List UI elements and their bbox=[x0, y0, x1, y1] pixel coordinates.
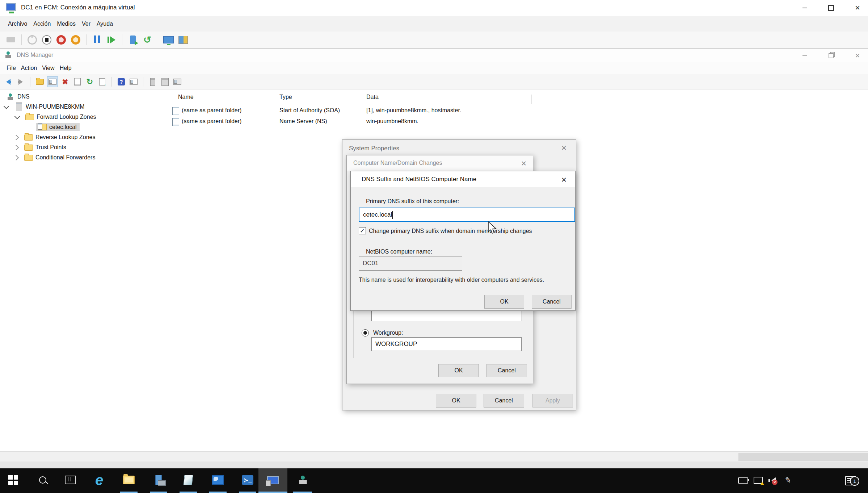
share-icon[interactable] bbox=[178, 34, 189, 45]
folder-icon bbox=[24, 134, 33, 141]
change-suffix-checkbox-label[interactable]: Change primary DNS suffix when domain me… bbox=[369, 228, 532, 234]
vm-minimize-button[interactable] bbox=[796, 1, 814, 14]
record-icon bbox=[172, 118, 179, 126]
volume-muted-icon[interactable]: ✕ bbox=[767, 474, 780, 486]
tree-item-conditional-forwarders[interactable]: Conditional Forwarders bbox=[15, 153, 174, 163]
dns-suffix-ok-button[interactable]: OK bbox=[484, 295, 524, 309]
dns-menu-help[interactable]: Help bbox=[60, 65, 72, 71]
tree-item-reverse-lookup-zones[interactable]: Reverse Lookup Zones bbox=[15, 132, 174, 142]
dns-menu-action[interactable]: Action bbox=[21, 65, 37, 71]
vm-menu-accion[interactable]: Acción bbox=[33, 21, 51, 27]
column-header-name[interactable]: Name bbox=[178, 94, 194, 105]
chevron-expanded-icon[interactable] bbox=[4, 103, 9, 109]
system-properties-title: System Properties bbox=[349, 145, 399, 152]
dns-close-button[interactable] bbox=[848, 49, 867, 62]
action-center-icon[interactable]: 1 bbox=[843, 473, 858, 488]
refresh-icon[interactable]: ↻ bbox=[85, 77, 95, 87]
dns-suffix-cancel-button[interactable]: Cancel bbox=[532, 295, 572, 309]
record-row-soa[interactable]: (same as parent folder) Start of Authori… bbox=[169, 105, 868, 116]
delete-icon[interactable]: ✖ bbox=[60, 77, 70, 87]
checkpoint-icon[interactable] bbox=[127, 34, 138, 45]
system-properties-taskbar-icon[interactable] bbox=[258, 468, 287, 492]
export-list-icon[interactable] bbox=[97, 77, 107, 87]
workgroup-field[interactable]: WORKGROUP bbox=[371, 337, 522, 351]
properties-icon[interactable] bbox=[72, 77, 83, 87]
new-window-icon[interactable] bbox=[128, 77, 139, 87]
vm-window-title: DC1 en FCM: Conexión a máquina virtual bbox=[21, 4, 135, 11]
dns-manager-taskbar-icon[interactable] bbox=[292, 468, 313, 492]
vm-menu-ayuda[interactable]: Ayuda bbox=[97, 21, 113, 27]
record-row-ns[interactable]: (same as parent folder) Name Server (NS)… bbox=[169, 116, 868, 127]
pen-input-icon[interactable]: ✎ bbox=[782, 474, 794, 486]
dns-toolbar: ✖ ↻ ? bbox=[0, 74, 868, 89]
tree-item-server[interactable]: WIN-PUUMBNE8KMM bbox=[4, 102, 164, 112]
ctrl-alt-del-icon[interactable] bbox=[5, 34, 16, 45]
enhanced-session-icon[interactable] bbox=[163, 34, 174, 45]
tree-item-dns-root[interactable]: DNS bbox=[6, 92, 165, 102]
chevron-collapsed-icon[interactable] bbox=[13, 155, 19, 160]
workgroup-radio[interactable] bbox=[362, 329, 369, 337]
system-properties-ok-button[interactable]: OK bbox=[436, 394, 476, 408]
dns-restore-button[interactable] bbox=[822, 49, 840, 62]
chevron-expanded-icon[interactable] bbox=[14, 113, 20, 119]
cndc-close-icon[interactable]: ✕ bbox=[518, 158, 530, 169]
dns-minimize-button[interactable] bbox=[796, 49, 814, 62]
vm-close-button[interactable] bbox=[848, 1, 867, 14]
file-explorer-icon[interactable] bbox=[119, 468, 138, 492]
vm-menu-medios[interactable]: Medios bbox=[57, 21, 76, 27]
shutdown-icon[interactable] bbox=[56, 34, 67, 45]
tree-item-forward-lookup-zones[interactable]: Forward Lookup Zones bbox=[15, 112, 174, 122]
start-vm-icon[interactable] bbox=[27, 34, 38, 45]
taskbar-search-icon[interactable] bbox=[33, 468, 52, 492]
vm-menu-archivo[interactable]: Archivo bbox=[8, 21, 27, 27]
turn-off-icon[interactable] bbox=[41, 34, 52, 45]
dns-manager-app-icon bbox=[5, 51, 12, 58]
netbios-name-field[interactable]: DC01 bbox=[359, 256, 462, 271]
internet-explorer-icon[interactable]: e bbox=[90, 468, 109, 492]
create-record-icon[interactable] bbox=[148, 77, 158, 87]
system-properties-apply-button[interactable]: Apply bbox=[532, 394, 573, 408]
change-suffix-checkbox[interactable] bbox=[359, 227, 366, 234]
system-properties-cancel-button[interactable]: Cancel bbox=[484, 394, 524, 408]
reset-icon[interactable] bbox=[106, 34, 117, 45]
revert-icon[interactable]: ↺ bbox=[142, 34, 153, 45]
back-icon[interactable] bbox=[3, 77, 13, 87]
help-icon[interactable]: ? bbox=[116, 77, 126, 87]
pause-icon[interactable] bbox=[92, 34, 102, 45]
notepad-icon[interactable] bbox=[179, 468, 198, 492]
vm-app-icon-base bbox=[9, 12, 14, 13]
task-view-icon[interactable] bbox=[61, 468, 80, 492]
workgroup-label: Workgroup: bbox=[373, 330, 403, 336]
vm-app-icon bbox=[6, 3, 16, 11]
tree-selection: cetec.local bbox=[36, 123, 80, 131]
dns-menu-file[interactable]: File bbox=[7, 65, 16, 71]
computer-management-icon[interactable] bbox=[208, 468, 227, 492]
filter-icon[interactable] bbox=[172, 77, 182, 87]
zone-list-icon[interactable] bbox=[160, 77, 170, 87]
netbios-name-label: NetBIOS computer name: bbox=[366, 248, 432, 255]
primary-dns-suffix-input[interactable]: cetec.local bbox=[359, 208, 575, 222]
up-one-level-icon[interactable] bbox=[35, 77, 45, 87]
folder-icon bbox=[24, 145, 33, 151]
tree-item-trust-points[interactable]: Trust Points bbox=[15, 142, 174, 153]
cndc-cancel-button[interactable]: Cancel bbox=[486, 364, 527, 377]
chevron-collapsed-icon[interactable] bbox=[13, 145, 19, 150]
dns-menu-view[interactable]: View bbox=[42, 65, 54, 71]
column-header-data[interactable]: Data bbox=[366, 94, 379, 105]
vm-menu-ver[interactable]: Ver bbox=[82, 21, 90, 27]
column-header-type[interactable]: Type bbox=[279, 94, 292, 105]
network-warning-icon[interactable]: ▲ bbox=[752, 474, 764, 486]
system-properties-close-icon[interactable]: ✕ bbox=[558, 142, 570, 153]
dns-suffix-close-icon[interactable]: ✕ bbox=[558, 174, 570, 185]
start-button[interactable] bbox=[3, 468, 23, 492]
battery-icon[interactable] bbox=[737, 474, 749, 486]
server-manager-icon[interactable] bbox=[149, 468, 168, 492]
save-state-icon[interactable] bbox=[70, 34, 81, 45]
cndc-ok-button[interactable]: OK bbox=[438, 364, 479, 377]
powershell-icon[interactable]: ≻_ bbox=[238, 468, 257, 492]
console-tree-icon[interactable] bbox=[47, 76, 58, 87]
vm-maximize-button[interactable] bbox=[822, 1, 840, 14]
forward-icon[interactable] bbox=[16, 77, 26, 87]
chevron-collapsed-icon[interactable] bbox=[13, 134, 19, 140]
record-icon bbox=[172, 107, 179, 115]
